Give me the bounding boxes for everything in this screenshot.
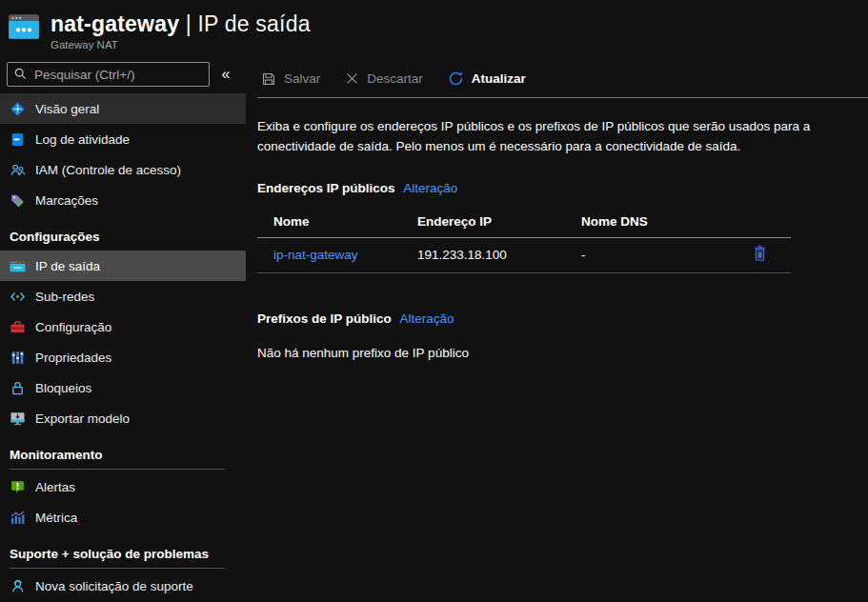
sidebar-item-label: Métrica [35, 511, 77, 525]
collapse-sidebar-button[interactable]: « [210, 66, 242, 83]
discard-button[interactable]: Descartar [345, 71, 423, 86]
column-header-actions [715, 211, 791, 238]
search-icon [13, 67, 28, 81]
sidebar-item-label: Marcações [35, 193, 98, 208]
sidebar: « Visão geral [0, 55, 246, 602]
main-content: Salvar Descartar Atualizar Exib [246, 55, 868, 602]
column-header-nome: Nome [257, 211, 417, 238]
sidebar-item-exportar-modelo[interactable]: Exportar modelo [0, 403, 246, 433]
refresh-icon [448, 70, 464, 87]
toolbar-divider [257, 97, 868, 98]
sidebar-section-monitoramento: Monitoramento [0, 433, 246, 469]
properties-icon [10, 350, 26, 366]
sidebar-item-visao-geral[interactable]: Visão geral [0, 93, 246, 124]
sidebar-item-label: Bloqueios [35, 381, 91, 395]
prefixes-heading-label: Prefixos de IP público [257, 311, 392, 326]
trash-icon [752, 245, 768, 262]
nat-gateway-icon [10, 258, 26, 274]
resource-name: nat-gateway [50, 11, 179, 36]
sidebar-item-label: Propriedades [35, 351, 111, 365]
save-icon [261, 71, 276, 87]
metrics-icon [10, 510, 26, 526]
refresh-button[interactable]: Atualizar [448, 70, 526, 87]
sidebar-item-marcacoes[interactable]: Marcações [0, 185, 246, 215]
prefixes-heading: Prefixos de IP público Alteração [257, 311, 868, 326]
resource-type: Gateway NAT [50, 39, 311, 50]
ip-address-value: 191.233.18.100 [417, 237, 581, 272]
sidebar-section-suporte: Suporte + solução de problemas [0, 532, 246, 568]
sidebar-item-nova-solicitacao-de-suporte[interactable]: Nova solicitação de suporte [0, 571, 246, 601]
configuration-icon [10, 319, 26, 335]
sidebar-item-label: IAM (Controle de acesso) [35, 163, 181, 177]
alerts-icon [10, 479, 26, 495]
dns-name-value: - [581, 237, 715, 272]
refresh-label: Atualizar [472, 71, 526, 86]
activity-log-icon [10, 131, 26, 148]
sidebar-item-alertas[interactable]: Alertas [0, 472, 246, 502]
page-title: nat-gateway | IP de saída [50, 10, 311, 37]
iam-icon [10, 162, 26, 178]
page-suffix: | IP de saída [186, 11, 311, 36]
lock-icon [10, 380, 26, 396]
sidebar-item-log-de-atividade[interactable]: Log de atividade [0, 124, 246, 154]
azure-portal-page: nat-gateway | IP de saída Gateway NAT « [0, 0, 868, 602]
delete-ip-button[interactable] [752, 245, 768, 262]
search-input[interactable] [7, 62, 210, 87]
tags-icon [10, 192, 26, 209]
public-ips-change-link[interactable]: Alteração [403, 181, 457, 195]
table-row: ip-nat-gateway 191.233.18.100 - [257, 237, 791, 272]
save-button[interactable]: Salvar [261, 71, 320, 87]
sidebar-item-label: Alertas [35, 480, 75, 494]
sidebar-item-propriedades[interactable]: Propriedades [0, 342, 246, 372]
sidebar-item-ip-de-saida[interactable]: IP de saída [0, 251, 246, 281]
support-icon [10, 578, 26, 594]
ip-name-link[interactable]: ip-nat-gateway [273, 248, 358, 262]
overview-icon [10, 101, 26, 117]
public-ips-heading-label: Endereços IP públicos [257, 181, 395, 195]
sidebar-item-bloqueios[interactable]: Bloqueios [0, 372, 246, 403]
nat-gateway-icon [8, 10, 40, 43]
sidebar-item-label: Exportar modelo [35, 411, 130, 426]
sidebar-item-label: Nova solicitação de suporte [35, 579, 193, 593]
toolbar: Salvar Descartar Atualizar [257, 55, 868, 97]
column-header-endereco-ip: Endereço IP [417, 211, 581, 238]
prefixes-empty-message: Não há nenhum prefixo de IP público [257, 346, 868, 360]
sidebar-item-label: Visão geral [35, 102, 99, 116]
public-ips-table: Nome Endereço IP Nome DNS ip-nat-gateway… [257, 211, 791, 273]
prefixes-change-link[interactable]: Alteração [400, 311, 454, 326]
sidebar-item-label: Sub-redes [35, 290, 94, 304]
sidebar-item-label: Configuração [35, 320, 111, 334]
section-divider [10, 469, 225, 470]
export-template-icon [10, 411, 26, 427]
subnets-icon [10, 289, 26, 305]
sidebar-item-configuracao[interactable]: Configuração [0, 311, 246, 342]
sidebar-item-label: Log de atividade [35, 132, 130, 147]
sidebar-item-iam[interactable]: IAM (Controle de acesso) [0, 154, 246, 185]
column-header-nome-dns: Nome DNS [581, 211, 715, 238]
section-divider [10, 568, 225, 569]
page-description: Exiba e configure os endereços IP públic… [257, 117, 830, 157]
sidebar-section-configuracoes: Configurações [0, 215, 246, 251]
discard-icon [345, 71, 359, 86]
sidebar-item-label: IP de saída [35, 259, 100, 273]
page-header: nat-gateway | IP de saída Gateway NAT [0, 0, 868, 55]
sidebar-item-metrica[interactable]: Métrica [0, 502, 246, 532]
save-label: Salvar [284, 71, 320, 86]
public-ips-heading: Endereços IP públicos Alteração [257, 181, 868, 195]
discard-label: Descartar [367, 71, 423, 86]
sidebar-item-sub-redes[interactable]: Sub-redes [0, 281, 246, 311]
